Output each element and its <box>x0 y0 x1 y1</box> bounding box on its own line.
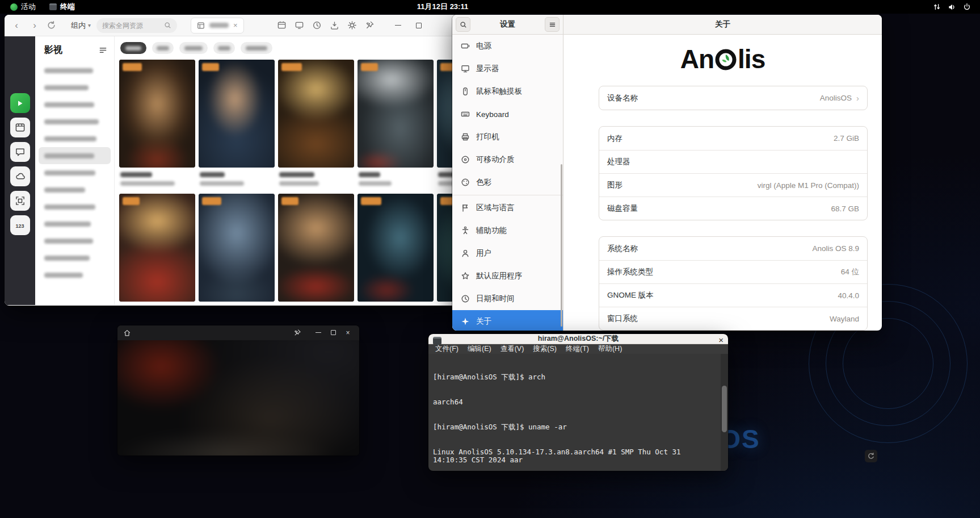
list-item[interactable] <box>35 130 114 147</box>
list-item[interactable] <box>35 79 114 96</box>
nav-item-mouse[interactable]: 鼠标和触摸板 <box>452 80 563 103</box>
pin-icon[interactable] <box>293 329 301 337</box>
movie-poster[interactable] <box>199 60 275 168</box>
nav-scrollbar[interactable] <box>561 164 562 327</box>
nav-item-about[interactable]: 关于 <box>452 310 563 331</box>
rail-cloud-button[interactable] <box>10 166 30 186</box>
menu-view[interactable]: 查看(V) <box>496 344 529 354</box>
nav-item-accessibility[interactable]: 辅助功能 <box>452 219 563 242</box>
settings-menu-button[interactable] <box>545 17 560 32</box>
minimize-button[interactable] <box>313 329 324 337</box>
os-name-row: 系统名称Anolis OS 8.9 <box>599 237 867 260</box>
rail-video-button[interactable] <box>10 118 30 137</box>
nav-item-users[interactable]: 用户 <box>452 242 563 265</box>
rail-scan-button[interactable] <box>10 191 30 211</box>
scope-dropdown[interactable]: 组内 ▾ <box>71 20 91 31</box>
maximize-button[interactable] <box>327 329 339 337</box>
nav-item-color[interactable]: 色彩 <box>452 171 563 194</box>
maximize-button[interactable] <box>413 20 424 31</box>
list-item[interactable] <box>35 266 114 283</box>
list-item[interactable] <box>35 198 114 215</box>
back-button[interactable]: ‹ <box>10 20 23 31</box>
nav-item-datetime[interactable]: 日期和时间 <box>452 287 563 310</box>
download-icon[interactable] <box>330 20 339 30</box>
about-star-icon <box>461 317 470 326</box>
filter-tab[interactable] <box>179 42 208 54</box>
filter-tab[interactable] <box>152 42 174 54</box>
menu-edit[interactable]: 编辑(E) <box>463 344 496 354</box>
movie-poster[interactable] <box>357 194 434 302</box>
open-tab[interactable]: × <box>191 18 244 34</box>
terminal-titlebar[interactable]: hiram@AnolisOS:~/下载 × <box>428 334 728 344</box>
nav-item-displays[interactable]: 显示器 <box>452 57 563 80</box>
clock[interactable]: 11月12日 23:11 <box>397 2 488 12</box>
os-type-row: 操作系统类型64 位 <box>599 260 867 283</box>
scrollbar-thumb[interactable] <box>722 386 727 432</box>
search-input[interactable] <box>102 22 161 30</box>
rail-chat-button[interactable] <box>10 142 30 162</box>
movie-poster[interactable] <box>278 60 354 168</box>
history-clock-icon[interactable] <box>312 20 322 30</box>
app-menu[interactable]: 终端 <box>45 0 79 14</box>
list-item[interactable] <box>35 62 114 79</box>
terminal-scrollbar[interactable] <box>721 354 728 471</box>
memory-row: 内存2.7 GiB <box>599 127 867 150</box>
list-item[interactable] <box>35 215 114 232</box>
rail-numbers-button[interactable]: 123 <box>10 215 30 235</box>
terminal-line: [hiram@AnolisOS 下载]$ uname -ar <box>433 423 717 432</box>
pin-icon[interactable] <box>365 20 375 30</box>
disk-row: 磁盘容量68.7 GB <box>599 197 867 220</box>
nav-item-printers[interactable]: 打印机 <box>452 126 563 148</box>
menu-file[interactable]: 文件(F) <box>431 344 463 354</box>
system-status-area[interactable] <box>928 0 975 14</box>
terminal-app-icon <box>433 337 441 345</box>
list-item[interactable] <box>35 96 114 113</box>
anolis-logo-o-icon <box>714 48 738 72</box>
nav-item-default-apps[interactable]: 默认应用程序 <box>452 265 563 287</box>
display-icon <box>461 64 470 73</box>
close-button[interactable]: × <box>342 329 354 337</box>
cast-screen-icon[interactable] <box>295 20 304 30</box>
list-item-selected[interactable] <box>39 147 111 164</box>
list-item[interactable] <box>35 164 114 181</box>
filter-tab-selected[interactable] <box>120 42 146 54</box>
rail-home-logo-button[interactable] <box>10 93 30 113</box>
movie-poster[interactable] <box>357 60 434 168</box>
nav-item-removable-media[interactable]: 可移动介质 <box>452 148 563 171</box>
list-item[interactable] <box>35 113 114 130</box>
menu-search[interactable]: 搜索(S) <box>528 344 561 354</box>
collapse-list-icon[interactable] <box>99 46 107 55</box>
tab-close-icon[interactable]: × <box>233 21 238 30</box>
movie-poster[interactable] <box>119 194 195 302</box>
menu-help[interactable]: 帮助(H) <box>594 344 626 354</box>
list-item[interactable] <box>35 181 114 198</box>
filter-tab[interactable] <box>241 42 272 54</box>
video-frame[interactable] <box>117 340 359 456</box>
minimize-button[interactable] <box>393 20 404 31</box>
processor-row: 处理器 <box>599 150 867 173</box>
nav-item-power[interactable]: 电源 <box>452 35 563 57</box>
close-button[interactable]: × <box>718 335 724 345</box>
refresh-icon[interactable] <box>47 20 56 30</box>
forward-button[interactable]: › <box>28 20 41 31</box>
settings-search-button[interactable] <box>456 17 470 32</box>
menu-terminal[interactable]: 终端(T) <box>561 344 594 354</box>
nav-item-keyboard[interactable]: Keyboard <box>452 103 563 126</box>
device-name-row[interactable]: 设备名称 AnolisOS› <box>599 86 867 110</box>
app-rail: 123 <box>5 36 35 305</box>
terminal-output[interactable]: [hiram@AnolisOS 下载]$ arch aarch64 [hiram… <box>428 354 728 471</box>
history-card-icon[interactable] <box>277 20 287 30</box>
nav-item-region-language[interactable]: 区域与语言 <box>452 197 563 219</box>
star-icon <box>461 271 470 281</box>
activities-button[interactable]: 活动 <box>6 0 40 14</box>
movie-poster[interactable] <box>119 60 195 168</box>
list-item[interactable] <box>35 232 114 249</box>
home-icon[interactable] <box>123 329 131 337</box>
settings-gear-icon[interactable] <box>347 20 357 30</box>
movie-poster[interactable] <box>278 194 354 302</box>
list-item[interactable] <box>35 249 114 266</box>
filter-tab[interactable] <box>213 42 235 54</box>
media-window-controls <box>393 20 424 31</box>
movie-poster[interactable] <box>199 194 275 302</box>
rotation-lock-icon[interactable] <box>865 450 877 462</box>
